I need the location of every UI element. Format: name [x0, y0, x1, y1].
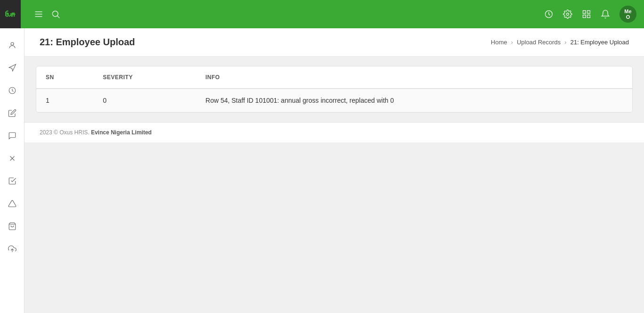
sidebar-item-bag[interactable] — [3, 217, 22, 236]
svg-point-6 — [567, 13, 569, 16]
footer-company-name: Evince Nigeria Limited — [91, 129, 152, 136]
svg-rect-9 — [583, 15, 586, 18]
sidebar-item-clock[interactable] — [3, 81, 22, 100]
svg-marker-12 — [9, 65, 16, 71]
footer-year: 2023 — [40, 129, 52, 136]
sidebar-item-close[interactable] — [3, 149, 22, 168]
sidebar-item-check[interactable] — [3, 172, 22, 190]
avatar-name: Me — [624, 8, 631, 14]
sidebar-item-triangle[interactable] — [3, 194, 22, 213]
sidebar-item-message[interactable] — [3, 126, 22, 145]
svg-line-4 — [58, 16, 60, 18]
sidebar-item-navigation[interactable] — [3, 58, 22, 77]
main-card: SN SEVERITY INFO 1 0 Row 54, Staff ID 10… — [36, 66, 633, 113]
content-area: 21: Employee Upload Home › Upload Record… — [25, 28, 644, 313]
cell-info: Row 54, Staff ID 101001: annual gross in… — [196, 89, 632, 112]
svg-point-11 — [11, 42, 14, 45]
cell-sn: 1 — [36, 89, 93, 112]
user-avatar[interactable]: Me O — [619, 6, 636, 23]
col-sn: SN — [36, 66, 93, 89]
grid-icon[interactable] — [582, 9, 591, 19]
sidebar — [0, 28, 25, 313]
svg-rect-7 — [583, 11, 586, 14]
svg-point-3 — [52, 11, 58, 16]
breadcrumb-upload-records[interactable]: Upload Records — [517, 39, 561, 46]
settings-icon[interactable] — [563, 9, 572, 19]
breadcrumb: Home › Upload Records › 21: Employee Upl… — [491, 39, 629, 46]
top-navbar: ꦄ Me O — [0, 0, 644, 28]
footer-company-prefix: © Oxus HRIS. — [54, 129, 90, 136]
svg-rect-8 — [587, 11, 590, 14]
brand-logo: ꦄ — [0, 0, 21, 28]
sidebar-item-edit[interactable] — [3, 104, 22, 123]
history-icon[interactable] — [544, 9, 553, 19]
cell-severity: 0 — [93, 89, 196, 112]
col-info: INFO — [196, 66, 632, 89]
sidebar-item-upload[interactable] — [3, 239, 22, 258]
avatar-initial: O — [626, 14, 630, 20]
sidebar-item-person[interactable] — [3, 36, 22, 55]
col-severity: SEVERITY — [93, 66, 196, 89]
page-title: 21: Employee Upload — [40, 37, 135, 48]
table-row: 1 0 Row 54, Staff ID 101001: annual gros… — [36, 89, 632, 112]
footer: 2023 © Oxus HRIS. Evince Nigeria Limited — [25, 122, 644, 142]
breadcrumb-home[interactable]: Home — [491, 39, 507, 46]
menu-button[interactable] — [34, 9, 43, 19]
breadcrumb-sep-2: › — [564, 39, 566, 46]
main-layout: 21: Employee Upload Home › Upload Record… — [0, 28, 644, 313]
search-button[interactable] — [51, 9, 60, 19]
page-header: 21: Employee Upload Home › Upload Record… — [25, 28, 644, 57]
svg-rect-10 — [587, 15, 590, 18]
table-body: 1 0 Row 54, Staff ID 101001: annual gros… — [36, 89, 632, 112]
breadcrumb-sep-1: › — [511, 39, 513, 46]
table-header-row: SN SEVERITY INFO — [36, 66, 632, 89]
records-table: SN SEVERITY INFO 1 0 Row 54, Staff ID 10… — [36, 66, 632, 112]
breadcrumb-current: 21: Employee Upload — [570, 39, 629, 46]
notification-bell-icon[interactable] — [601, 9, 610, 19]
